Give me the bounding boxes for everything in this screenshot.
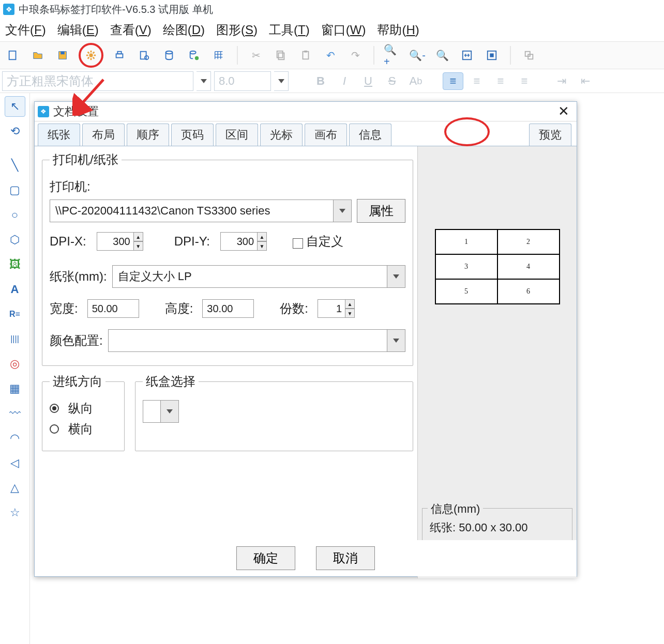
- cut-icon[interactable]: ✂: [247, 47, 265, 64]
- feed-portrait-radio[interactable]: 纵向: [50, 400, 117, 417]
- tab-preview[interactable]: 预览: [529, 124, 571, 146]
- outdent-icon[interactable]: ⇤: [575, 72, 596, 90]
- menu-help[interactable]: 帮助(H): [377, 22, 419, 38]
- spin-down-icon[interactable]: ▼: [345, 309, 355, 318]
- align-right-icon[interactable]: ≡: [490, 72, 511, 90]
- zoom-out-icon[interactable]: 🔍-: [409, 47, 426, 64]
- text-tool-icon[interactable]: A: [5, 279, 25, 300]
- undo-icon[interactable]: ↶: [322, 47, 339, 64]
- print-icon[interactable]: [111, 47, 128, 64]
- spin-up-icon[interactable]: ▲: [134, 232, 143, 241]
- paper-size-combo[interactable]: 自定义大小 LP: [112, 265, 405, 288]
- font-size-input[interactable]: 8.0: [214, 71, 271, 91]
- custom-dpi-checkbox[interactable]: 自定义: [293, 233, 343, 250]
- menu-tools[interactable]: 工具(T): [269, 22, 310, 38]
- doc-settings-icon[interactable]: [82, 47, 100, 64]
- open-icon[interactable]: [29, 47, 47, 64]
- menu-shape[interactable]: 图形(S): [216, 22, 258, 38]
- tray-dropdown-icon[interactable]: [160, 400, 179, 423]
- height-input[interactable]: 30.00: [202, 299, 254, 318]
- font-family-dropdown[interactable]: [197, 71, 211, 91]
- copies-input[interactable]: 1▲▼: [318, 299, 355, 318]
- line-tool-icon[interactable]: ╲: [5, 155, 25, 176]
- tab-page[interactable]: 页码: [171, 124, 214, 146]
- fit-page-icon[interactable]: [483, 47, 501, 64]
- menu-file[interactable]: 文件(F): [5, 22, 46, 38]
- spin-up-icon[interactable]: ▲: [258, 232, 267, 241]
- dpix-input[interactable]: 300▲▼: [97, 232, 143, 251]
- printer-dropdown-icon[interactable]: [333, 200, 352, 222]
- menu-edit[interactable]: 编辑(E): [57, 22, 99, 38]
- spin-down-icon[interactable]: ▼: [258, 241, 267, 251]
- svg-point-3: [89, 53, 93, 57]
- path-tool-icon[interactable]: ◁: [5, 453, 25, 473]
- save-icon[interactable]: [54, 47, 71, 64]
- polygon-tool-icon[interactable]: ⬡: [5, 229, 25, 250]
- superscript-icon[interactable]: Ab: [405, 72, 426, 90]
- database-icon[interactable]: [160, 47, 178, 64]
- menu-view[interactable]: 查看(V): [110, 22, 152, 38]
- strikethrough-icon[interactable]: S: [382, 72, 402, 90]
- redo-icon[interactable]: ↷: [346, 47, 364, 64]
- arc-tool-icon[interactable]: ◠: [5, 428, 25, 449]
- richtext-tool-icon[interactable]: R≡: [5, 304, 25, 325]
- new-doc-icon[interactable]: [4, 47, 22, 64]
- copy-icon[interactable]: [272, 47, 290, 64]
- printer-properties-button[interactable]: 属性: [357, 199, 405, 223]
- color-profile-label: 颜色配置:: [50, 332, 103, 349]
- underline-icon[interactable]: U: [358, 72, 379, 90]
- font-family-input[interactable]: 方正粗黑宋简体: [2, 71, 193, 91]
- tab-cursor[interactable]: 光标: [260, 124, 303, 146]
- indent-icon[interactable]: ⇥: [551, 72, 572, 90]
- tab-order[interactable]: 顺序: [127, 124, 169, 146]
- width-input[interactable]: 50.00: [87, 299, 139, 318]
- close-icon[interactable]: ✕: [554, 103, 574, 119]
- tab-range[interactable]: 区间: [216, 124, 258, 146]
- barcode-tool-icon[interactable]: ||||: [5, 329, 25, 349]
- paper-dropdown-icon[interactable]: [387, 265, 405, 288]
- dialog-titlebar[interactable]: ❖ 文档设置 ✕: [35, 102, 577, 121]
- roundrect-tool-icon[interactable]: ▢: [5, 180, 25, 201]
- spin-up-icon[interactable]: ▲: [345, 299, 355, 309]
- tray-combo[interactable]: [143, 400, 179, 423]
- ok-button[interactable]: 确定: [236, 546, 295, 570]
- fit-width-icon[interactable]: [458, 47, 476, 64]
- zoom-in-icon[interactable]: 🔍+: [384, 47, 401, 64]
- print-preview-icon[interactable]: [135, 47, 153, 64]
- menu-draw[interactable]: 绘图(D): [163, 22, 205, 38]
- color-dropdown-icon[interactable]: [387, 329, 405, 352]
- tab-paper[interactable]: 纸张: [38, 124, 80, 146]
- font-size-dropdown[interactable]: [274, 71, 289, 91]
- image-tool-icon[interactable]: 🖼: [5, 254, 25, 275]
- curve-tool-icon[interactable]: 〰: [5, 403, 25, 424]
- table-tool-icon[interactable]: ▦: [5, 378, 25, 399]
- dpiy-input[interactable]: 300▲▼: [220, 232, 267, 251]
- ellipse-tool-icon[interactable]: ○: [5, 205, 25, 225]
- zoom-fit-icon[interactable]: 🔍: [433, 47, 451, 64]
- spin-down-icon[interactable]: ▼: [134, 241, 143, 251]
- color-profile-combo[interactable]: [108, 329, 405, 352]
- align-left-icon[interactable]: ≡: [443, 72, 463, 90]
- menu-window[interactable]: 窗口(W): [321, 22, 366, 38]
- cancel-button[interactable]: 取消: [316, 546, 375, 570]
- layers-icon[interactable]: [520, 47, 538, 64]
- italic-icon[interactable]: I: [334, 72, 355, 90]
- rotate-tool-icon[interactable]: ⟲: [5, 121, 25, 142]
- database-add-icon[interactable]: [185, 47, 203, 64]
- pointer-tool-icon[interactable]: ↖: [5, 96, 25, 117]
- grid-icon[interactable]: [210, 47, 228, 64]
- qrcode-tool-icon[interactable]: ◎: [5, 354, 25, 374]
- tab-layout[interactable]: 布局: [82, 124, 125, 146]
- tab-canvas[interactable]: 画布: [305, 124, 347, 146]
- star-tool-icon[interactable]: ☆: [5, 502, 25, 523]
- feed-landscape-radio[interactable]: 横向: [50, 421, 117, 437]
- toolbar-separator: [237, 46, 238, 65]
- svg-rect-13: [117, 52, 121, 54]
- align-justify-icon[interactable]: ≡: [514, 72, 535, 90]
- printer-combo[interactable]: \\PC-202004111432\Canon TS3300 series: [50, 200, 352, 222]
- paste-icon[interactable]: [297, 47, 314, 64]
- triangle-tool-icon[interactable]: △: [5, 478, 25, 498]
- tab-info[interactable]: 信息: [349, 124, 391, 146]
- align-center-icon[interactable]: ≡: [466, 72, 487, 90]
- bold-icon[interactable]: B: [310, 72, 331, 90]
